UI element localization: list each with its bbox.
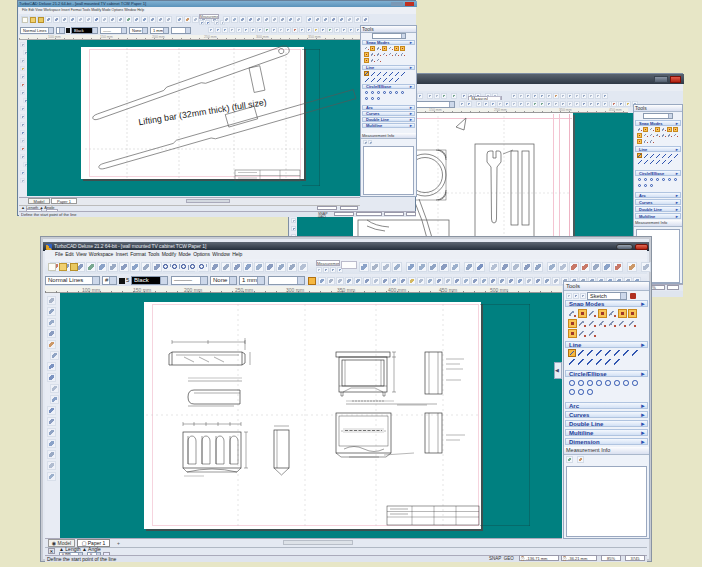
svg-text:Lifting bar (32mm thick) (full: Lifting bar (32mm thick) (full size)	[138, 97, 268, 127]
